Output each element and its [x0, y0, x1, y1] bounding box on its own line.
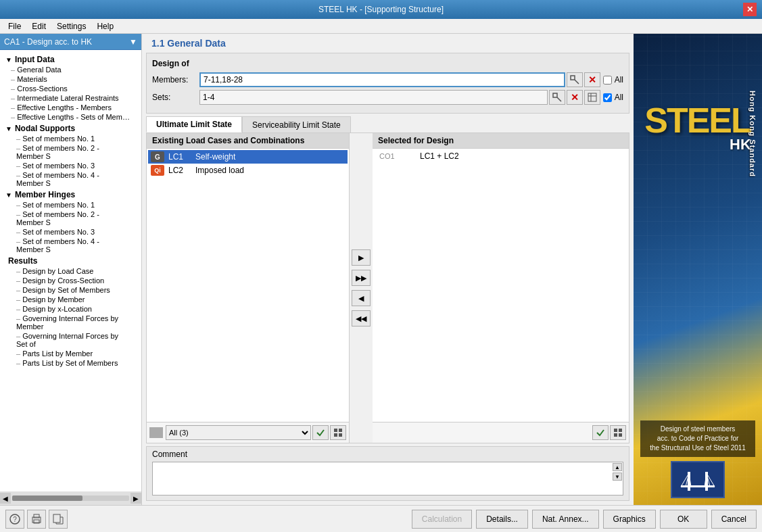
footer-grid-btn[interactable]	[330, 425, 346, 440]
menu-edit[interactable]: Edit	[26, 20, 51, 32]
close-window-button[interactable]: ✕	[743, 3, 757, 16]
design-dropdown[interactable]: CA1 - Design acc. to HK ▼	[0, 34, 141, 50]
sidebar-item-nodal-3[interactable]: Set of members No. 3	[0, 161, 141, 170]
sidebar-item-results-8[interactable]: Parts List by Set of Members	[0, 358, 141, 368]
scroll-down-icon[interactable]: ▼	[613, 473, 622, 481]
sidebar-item-results-1[interactable]: Design by Cross-Section	[0, 276, 141, 285]
ok-button[interactable]: OK	[660, 510, 707, 529]
menu-help[interactable]: Help	[91, 20, 119, 32]
load-item-lc2[interactable]: Qi LC2 Imposed load	[148, 164, 348, 177]
sets-label: Sets:	[152, 93, 199, 102]
design-of-label: Design of	[152, 59, 623, 68]
svg-line-1	[575, 80, 579, 84]
sidebar-item-nodal-2[interactable]: Set of members No. 2 - Member S	[0, 143, 141, 161]
right-panel: 1.1 General Data Design of Members: ✕	[142, 34, 762, 505]
menu-settings[interactable]: Settings	[51, 20, 91, 32]
sidebar-item-results-7[interactable]: Parts List by Member	[0, 349, 141, 358]
sidebar-item-hinges-3[interactable]: Set of members No. 3	[0, 227, 141, 237]
members-row: Members: ✕ All	[152, 72, 623, 87]
sidebar-item-nodal-1[interactable]: Set of members No. 1	[0, 134, 141, 143]
sidebar-horizontal-scrollbar[interactable]: ◀ ▶	[0, 491, 141, 505]
menu-bar: File Edit Settings Help	[0, 19, 762, 34]
members-all-checkbox-row: All	[603, 75, 623, 84]
scroll-up-icon[interactable]: ▲	[613, 463, 622, 471]
selected-item-co1[interactable]: CO1 LC1 + LC2	[374, 150, 627, 162]
comment-textarea[interactable]	[152, 462, 623, 495]
scroll-right-btn[interactable]: ▶	[130, 493, 141, 504]
sidebar-item-results-4[interactable]: Design by x-Location	[0, 304, 141, 314]
sidebar-item-results-3[interactable]: Design by Member	[0, 295, 141, 304]
sidebar-item-results-5[interactable]: Governing Internal Forces by Member	[0, 314, 141, 331]
print-icon-btn[interactable]	[27, 510, 46, 529]
members-clear-icon[interactable]: ✕	[584, 72, 600, 87]
transfer-all-to-right-btn[interactable]: ▶▶	[352, 270, 371, 286]
load-id-lc1: LC1	[168, 152, 195, 162]
existing-load-cases-panel: Existing Load Cases and Combinations G L…	[147, 133, 350, 443]
scroll-track	[12, 495, 129, 501]
main-layout: CA1 - Design acc. to HK ▼ ▼ Input Data G…	[0, 34, 762, 505]
sidebar-item-effective-lengths-sets[interactable]: Effective Lengths - Sets of Members	[0, 112, 141, 122]
svg-rect-7	[334, 429, 337, 432]
sidebar-item-cross-sections[interactable]: Cross-Sections	[0, 84, 141, 93]
details-button[interactable]: Details...	[476, 510, 528, 529]
sidebar-item-materials[interactable]: Materials	[0, 74, 141, 84]
cancel-button[interactable]: Cancel	[711, 510, 757, 529]
sets-clear-icon[interactable]: ✕	[567, 90, 583, 105]
calculation-button: Calculation	[412, 510, 472, 529]
sidebar-item-general-data[interactable]: General Data	[0, 65, 141, 74]
transfer-all-to-left-btn[interactable]: ◀◀	[352, 310, 371, 327]
export-icon-btn[interactable]	[49, 510, 68, 529]
existing-load-cases-footer: All (3)	[147, 422, 349, 443]
sidebar-item-hinges-4[interactable]: Set of members No. 4 - Member S	[0, 237, 141, 254]
selected-footer-grid-btn[interactable]	[610, 425, 626, 440]
svg-rect-2	[553, 93, 557, 97]
existing-load-cases-content: G LC1 Self-weight Qi LC2 Imposed load	[147, 149, 349, 422]
tree-section-results-header[interactable]: Results	[0, 256, 141, 266]
sidebar-item-results-2[interactable]: Design by Set of Members	[0, 285, 141, 295]
svg-rect-4	[588, 93, 596, 101]
graphics-button[interactable]: Graphics	[603, 510, 656, 529]
tree-section-member-hinges-header[interactable]: ▼ Member Hinges	[0, 189, 141, 200]
help-icon-btn[interactable]: ?	[5, 510, 24, 529]
footer-check-btn[interactable]	[312, 425, 329, 440]
sidebar-item-hinges-1[interactable]: Set of members No. 1	[0, 200, 141, 210]
members-all-checkbox[interactable]	[603, 76, 612, 84]
sidebar-item-results-0[interactable]: Design by Load Case	[0, 266, 141, 276]
svg-rect-8	[339, 429, 342, 432]
nat-annex-button[interactable]: Nat. Annex...	[532, 510, 599, 529]
sets-all-checkbox[interactable]	[603, 93, 612, 102]
bridge-logo	[671, 461, 725, 498]
scroll-left-btn[interactable]: ◀	[0, 493, 11, 504]
image-panel: STEEL HK Hong Kong Standard Design of st…	[634, 34, 762, 505]
selected-footer-check-btn[interactable]	[592, 425, 609, 440]
sidebar-item-intermediate-lateral[interactable]: Intermediate Lateral Restraints	[0, 93, 141, 103]
transfer-to-right-btn[interactable]: ▶	[352, 249, 371, 266]
sidebar-item-nodal-4[interactable]: Set of members No. 4 - Member S	[0, 170, 141, 188]
load-filter-select[interactable]: All (3)	[166, 425, 311, 440]
members-input[interactable]	[199, 72, 565, 87]
tree-section-results-label: Results	[8, 256, 37, 266]
tree-section-nodal-supports: ▼ Nodal Supports Set of members No. 1 Se…	[0, 123, 141, 188]
sidebar-item-results-6[interactable]: Governing Internal Forces by Set of	[0, 331, 141, 349]
lc-panels-wrapper: Existing Load Cases and Combinations G L…	[146, 132, 629, 443]
tree-toggle-icon: ▼	[5, 56, 12, 64]
sidebar-tree: ▼ Input Data General Data Materials Cros…	[0, 50, 141, 491]
sidebar-item-hinges-2[interactable]: Set of members No. 2 - Member S	[0, 210, 141, 227]
tree-section-input-data-header[interactable]: ▼ Input Data	[0, 54, 141, 65]
tab-serviceability-limit-state[interactable]: Serviceability Limit State	[242, 116, 351, 132]
transfer-to-left-btn[interactable]: ◀	[352, 290, 371, 306]
sets-table-icon[interactable]	[584, 90, 600, 105]
comment-label: Comment	[152, 450, 623, 459]
tree-section-nodal-supports-header[interactable]: ▼ Nodal Supports	[0, 123, 141, 134]
sets-pick-icon[interactable]	[549, 90, 565, 105]
members-pick-icon[interactable]	[567, 72, 583, 87]
selected-value-co1: LC1 + LC2	[420, 151, 459, 161]
tab-ultimate-limit-state[interactable]: Ultimate Limit State	[146, 116, 242, 132]
load-item-lc1[interactable]: G LC1 Self-weight	[148, 150, 348, 164]
dropdown-chevron-icon: ▼	[129, 37, 137, 47]
bottom-toolbar: ? Calculation Details... Nat. Annex... G…	[0, 505, 762, 532]
tree-toggle-icon-3: ▼	[5, 191, 12, 199]
menu-file[interactable]: File	[3, 20, 26, 32]
sidebar-item-effective-lengths-members[interactable]: Effective Lengths - Members	[0, 103, 141, 112]
steel-hk-logo-area: STEEL HK	[644, 105, 751, 154]
